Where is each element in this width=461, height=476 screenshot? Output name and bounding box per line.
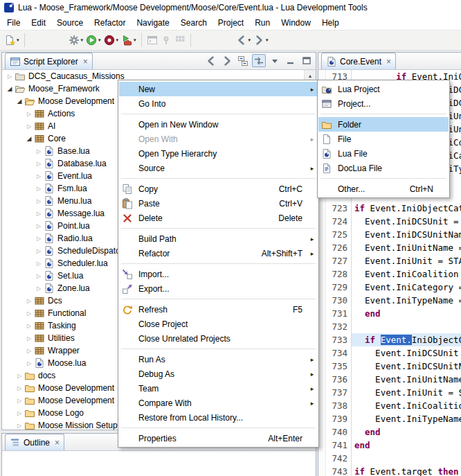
menubar-item-window[interactable]: Window: [275, 17, 316, 29]
menu-item-refresh[interactable]: RefreshF5: [119, 302, 318, 317]
expand-arrow-icon[interactable]: ▷: [15, 373, 24, 379]
menu-item-copy[interactable]: CopyCtrl+C: [119, 182, 318, 196]
expand-arrow-icon[interactable]: ▷: [34, 223, 44, 229]
menu-item-lua-project[interactable]: Lua Project: [318, 82, 449, 96]
menu-item-source[interactable]: Source▸: [119, 161, 318, 175]
menu-item-go-into[interactable]: Go Into: [119, 96, 318, 111]
tab-core-event[interactable]: Core.Event ×: [321, 53, 396, 69]
code-line[interactable]: [352, 320, 461, 333]
menu-item-folder[interactable]: Folder: [318, 117, 449, 132]
external-tools-button[interactable]: ▾: [120, 33, 138, 48]
code-line[interactable]: if Event.target then: [352, 465, 461, 476]
code-line[interactable]: end: [352, 439, 461, 452]
menubar-item-source[interactable]: Source: [51, 17, 89, 29]
menu-item-restore-from-local-history[interactable]: Restore from Local History...: [119, 410, 318, 425]
expand-arrow-icon[interactable]: ▷: [15, 410, 24, 416]
new-button[interactable]: ▾: [3, 33, 21, 48]
menubar-item-navigate[interactable]: Navigate: [131, 17, 174, 29]
expand-arrow-icon[interactable]: ▷: [34, 236, 44, 242]
code-line[interactable]: Event.IniCoalition = Event.IniDCSUnit:ge…: [352, 267, 461, 281]
menu-item-other[interactable]: Other...Ctrl+N: [318, 182, 449, 196]
expand-arrow-icon[interactable]: ▷: [34, 285, 44, 292]
menu-item-delete[interactable]: DeleteDelete: [119, 211, 318, 225]
expand-arrow-icon[interactable]: ▷: [34, 261, 44, 267]
expand-arrow-icon[interactable]: ▷: [24, 123, 34, 130]
menu-item-open-in-new-window[interactable]: Open in New Window: [119, 117, 318, 132]
menubar-item-run[interactable]: Run: [249, 17, 275, 29]
collapse-arrow-icon[interactable]: ◢: [24, 135, 34, 142]
expand-arrow-icon[interactable]: ▷: [15, 398, 24, 404]
expand-arrow-icon[interactable]: ▷: [5, 73, 15, 80]
menu-item-project[interactable]: Project...: [318, 96, 449, 111]
menu-item-export[interactable]: Export...: [119, 281, 318, 296]
expand-arrow-icon[interactable]: ▷: [24, 111, 34, 117]
chevron-down-icon[interactable]: ▾: [116, 37, 119, 43]
code-line[interactable]: Event.IniUnit = STATIC:FindByName( Event…: [352, 254, 461, 267]
menu-item-paste[interactable]: PasteCtrl+V: [119, 196, 318, 211]
expand-arrow-icon[interactable]: ▷: [34, 198, 44, 204]
menu-item-open-type-hierarchy[interactable]: Open Type Hierarchy: [119, 146, 318, 161]
coverage-button[interactable]: ▾: [102, 33, 120, 48]
code-line[interactable]: Event.IniDCSUnit = Event.initiator: [352, 346, 461, 360]
code-line[interactable]: Event.IniUnit = SCENERY:FindByName( Even…: [352, 386, 461, 399]
code-line[interactable]: Event.IniCategory = Event.IniDCSUnit:get…: [352, 281, 461, 294]
code-line[interactable]: Event.IniTypeName = Event.IniDCSUnit:get…: [352, 294, 461, 307]
link-with-editor-button[interactable]: [252, 54, 266, 67]
close-icon[interactable]: ×: [55, 438, 60, 448]
expand-arrow-icon[interactable]: ▷: [34, 248, 44, 254]
chevron-down-icon[interactable]: ▾: [248, 37, 251, 43]
expand-arrow-icon[interactable]: ▷: [24, 348, 34, 354]
code-line[interactable]: Event.IniDCSUnitName = Event.IniDCSUnit:…: [352, 228, 461, 241]
menu-item-new[interactable]: New▸: [119, 82, 318, 96]
code-line[interactable]: end: [352, 307, 461, 320]
menubar-item-search[interactable]: Search: [175, 17, 213, 29]
menubar-item-project[interactable]: Project: [213, 17, 249, 29]
menu-item-import[interactable]: Import...: [119, 267, 318, 281]
code-line[interactable]: Event.IniDCSUnitName = Event.IniDCSUnit:…: [352, 360, 461, 373]
maximize-button[interactable]: [300, 54, 314, 67]
back-button[interactable]: ▾: [235, 33, 253, 48]
expand-arrow-icon[interactable]: ▷: [24, 323, 34, 329]
close-icon[interactable]: ×: [386, 57, 391, 67]
menubar-item-file[interactable]: File: [1, 17, 26, 29]
expand-arrow-icon[interactable]: ▷: [15, 385, 24, 391]
expand-arrow-icon[interactable]: ▷: [34, 161, 44, 167]
collapse-arrow-icon[interactable]: ◢: [15, 98, 24, 105]
code-line[interactable]: Event.IniUnitName = Event.IniDCSUnitName: [352, 241, 461, 254]
expand-arrow-icon[interactable]: ▷: [34, 211, 44, 217]
menu-item-properties[interactable]: PropertiesAlt+Enter: [119, 431, 318, 446]
expand-arrow-icon[interactable]: ▷: [15, 423, 24, 429]
chevron-down-icon[interactable]: ▾: [134, 37, 136, 43]
tab-outline[interactable]: Outline ×: [5, 434, 64, 450]
view-menu-button[interactable]: [268, 54, 282, 67]
code-line[interactable]: Event.IniUnitName = Event.IniDCSUnitName: [352, 373, 461, 386]
menu-item-team[interactable]: Team▸: [119, 381, 318, 396]
expand-arrow-icon[interactable]: ▷: [24, 298, 34, 304]
code-line[interactable]: Event.IniTypeName = Event.IniDCSUnit:get…: [352, 412, 461, 425]
forward-button[interactable]: [220, 54, 234, 67]
expand-arrow-icon[interactable]: ▷: [34, 148, 44, 155]
menu-item-run-as[interactable]: Run As▸: [119, 352, 318, 367]
forward-button[interactable]: ▾: [252, 33, 270, 48]
menu-item-refactor[interactable]: RefactorAlt+Shift+T▸: [119, 246, 318, 261]
menu-item-file[interactable]: File: [318, 132, 449, 146]
menubar-item-edit[interactable]: Edit: [26, 17, 51, 29]
expand-arrow-icon[interactable]: ▷: [34, 173, 44, 179]
code-line[interactable]: if Event.IniObjectCategory == Object.Cat…: [352, 333, 461, 346]
tab-script-explorer[interactable]: Script Explorer ×: [5, 53, 93, 69]
chevron-down-icon[interactable]: ▾: [17, 37, 19, 43]
back-button[interactable]: [204, 54, 218, 67]
close-icon[interactable]: ×: [83, 57, 88, 67]
menu-item-build-path[interactable]: Build Path▸: [119, 231, 318, 246]
code-line[interactable]: if Event.IniObjectCategory == Object.Cat…: [352, 202, 461, 215]
menu-item-lua-file[interactable]: Lua File: [318, 146, 449, 161]
run-button[interactable]: ▾: [84, 33, 102, 48]
expand-arrow-icon[interactable]: ▷: [24, 335, 34, 342]
collapse-arrow-icon[interactable]: ◢: [5, 85, 15, 92]
expand-arrow-icon[interactable]: ▷: [34, 186, 44, 192]
menu-item-doclua-file[interactable]: DocLua File: [318, 161, 449, 175]
menu-item-close-project[interactable]: Close Project: [119, 317, 318, 331]
collapse-all-button[interactable]: [236, 54, 250, 67]
expand-arrow-icon[interactable]: ▷: [24, 310, 34, 317]
chevron-down-icon[interactable]: ▾: [266, 37, 269, 43]
